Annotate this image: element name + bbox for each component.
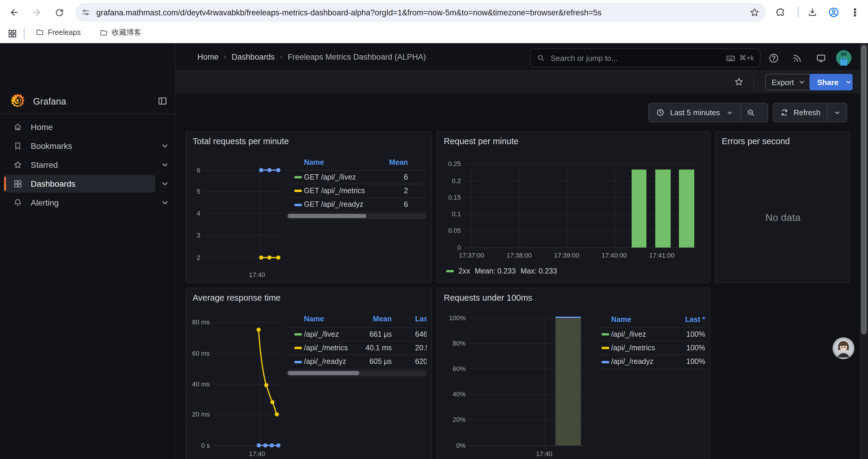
legend-series[interactable]: 2xx bbox=[459, 267, 470, 275]
series-mean: 40.1 ms bbox=[366, 344, 392, 352]
column-header-last[interactable]: Las bbox=[415, 315, 427, 323]
time-range-label[interactable]: Last 5 minutes bbox=[670, 108, 720, 117]
x-tick: 17:41:00 bbox=[649, 252, 675, 259]
browser-toolbar bbox=[0, 0, 868, 25]
bookmark-folder-blogs[interactable]: 收藏博客 bbox=[95, 26, 146, 40]
bookmark-folder-freeleaps[interactable]: Freeleaps bbox=[31, 26, 85, 38]
y-tick: 0 s bbox=[201, 442, 210, 449]
zoom-out-button[interactable] bbox=[741, 108, 760, 117]
sidebar-item-dashboards[interactable]: Dashboards bbox=[4, 175, 155, 193]
chevron-down-icon[interactable] bbox=[161, 179, 169, 188]
url-bar[interactable] bbox=[75, 3, 766, 22]
column-header-name[interactable]: Name bbox=[304, 158, 324, 167]
y-tick: 3 bbox=[197, 232, 200, 239]
news-button[interactable] bbox=[792, 53, 803, 64]
extensions-puzzle-icon bbox=[775, 7, 786, 18]
breadcrumb-home[interactable]: Home bbox=[197, 52, 219, 61]
series-name[interactable]: /api/_/metrics bbox=[304, 344, 348, 352]
chevron-down-icon[interactable] bbox=[161, 142, 169, 150]
reload-button[interactable] bbox=[52, 5, 67, 20]
search-box[interactable]: ⌘+k bbox=[530, 48, 761, 67]
toolbar-divider bbox=[798, 6, 799, 18]
back-button[interactable] bbox=[6, 5, 22, 20]
series-name[interactable]: GET /api/_/livez bbox=[304, 173, 356, 181]
help-button[interactable] bbox=[768, 53, 779, 64]
series-name[interactable]: /api/_/livez bbox=[611, 330, 646, 338]
series-name[interactable]: /api/_/readyz bbox=[611, 358, 653, 366]
grafana-logo[interactable] bbox=[9, 93, 26, 109]
site-settings-icon[interactable] bbox=[81, 8, 90, 17]
user-avatar[interactable] bbox=[836, 50, 851, 66]
series-last: 100% bbox=[686, 358, 705, 366]
refresh-label[interactable]: Refresh bbox=[794, 108, 820, 117]
export-button[interactable]: Export bbox=[765, 74, 812, 90]
y-tick: 60% bbox=[453, 365, 466, 372]
sidebar-item-starred[interactable]: Starred bbox=[4, 156, 155, 174]
sidebar-item-home[interactable]: Home bbox=[4, 118, 155, 136]
table-hscrollbar[interactable] bbox=[286, 213, 427, 219]
apps-grid-button[interactable] bbox=[7, 28, 18, 39]
page-scrollbar[interactable] bbox=[860, 43, 868, 459]
search-input[interactable] bbox=[550, 53, 725, 63]
series-color-dash bbox=[602, 361, 610, 363]
help-icon bbox=[768, 53, 779, 64]
panel-errors-per-second: Errors per second No data bbox=[715, 131, 850, 283]
series-name[interactable]: GET /api/_/readyz bbox=[304, 201, 363, 209]
downloads-button[interactable] bbox=[805, 5, 820, 20]
column-header-mean[interactable]: Mean bbox=[373, 315, 392, 323]
folder-icon bbox=[35, 28, 44, 37]
series-mean: 605 µs bbox=[369, 358, 392, 366]
breadcrumb-separator: › bbox=[224, 53, 226, 61]
scrollbar-thumb[interactable] bbox=[861, 45, 867, 334]
series-name[interactable]: /api/_/livez bbox=[304, 330, 339, 338]
y-tick: 100% bbox=[449, 314, 466, 321]
column-header-name[interactable]: Name bbox=[304, 315, 324, 323]
kebab-menu-icon bbox=[854, 7, 856, 18]
share-button[interactable]: Share bbox=[809, 74, 846, 90]
y-tick: 60 ms bbox=[192, 350, 210, 357]
chevron-down-icon[interactable] bbox=[161, 161, 169, 169]
refresh-interval-button[interactable] bbox=[828, 109, 847, 116]
sidebar-item-bookmarks[interactable]: Bookmarks bbox=[4, 137, 155, 155]
series-name[interactable]: /api/_/readyz bbox=[304, 358, 346, 366]
series-color-dash bbox=[294, 176, 302, 178]
table-hscrollbar[interactable] bbox=[286, 370, 427, 376]
sidebar-item-label: Dashboards bbox=[31, 179, 75, 189]
chevron-down-icon[interactable] bbox=[161, 198, 169, 207]
display-button[interactable] bbox=[815, 53, 827, 64]
extensions-button[interactable] bbox=[773, 5, 788, 20]
url-input[interactable] bbox=[95, 7, 749, 18]
bar-under-100ms bbox=[556, 318, 581, 445]
grafana-sidebar: Grafana Home Bookmarks Starred Dashboard… bbox=[0, 43, 176, 459]
toolbar-divider bbox=[753, 76, 754, 89]
breadcrumb-dashboards[interactable]: Dashboards bbox=[231, 52, 275, 61]
share-menu-button[interactable] bbox=[844, 74, 852, 90]
column-header-mean[interactable]: Mean bbox=[389, 158, 408, 167]
series-name[interactable]: /api/_/metrics bbox=[611, 344, 655, 352]
sidebar-collapse-button[interactable] bbox=[157, 96, 168, 106]
plot-area[interactable]: 0.25 0.2 0.15 0.1 0.05 0 17:37:00 17:38:… bbox=[437, 132, 711, 284]
profile-button[interactable] bbox=[826, 5, 841, 20]
bookmarks-divider bbox=[24, 28, 25, 40]
y-tick: 0.1 bbox=[452, 210, 461, 218]
bookmark-star-icon[interactable] bbox=[749, 7, 760, 18]
favorite-dashboard-button[interactable] bbox=[734, 77, 744, 87]
panel-title[interactable]: Errors per second bbox=[722, 136, 790, 146]
column-header-last[interactable]: Last * bbox=[685, 316, 705, 324]
forward-button[interactable] bbox=[29, 5, 44, 20]
browser-menu-button[interactable] bbox=[847, 5, 863, 20]
series-color-dash bbox=[294, 203, 302, 206]
chevron-down-icon bbox=[798, 78, 805, 86]
floating-avatar[interactable] bbox=[833, 337, 855, 359]
y-tick: 4 bbox=[197, 209, 200, 217]
chevron-down-icon[interactable] bbox=[726, 109, 733, 116]
keyboard-icon bbox=[725, 53, 736, 63]
folder-icon bbox=[99, 28, 108, 37]
assistant-avatar-icon bbox=[833, 337, 855, 359]
series-last: 100% bbox=[686, 330, 705, 338]
y-tick: 0 bbox=[457, 244, 461, 251]
series-name[interactable]: GET /api/_/metrics bbox=[304, 187, 365, 195]
sidebar-item-alerting[interactable]: Alerting bbox=[4, 194, 155, 211]
brand-title[interactable]: Grafana bbox=[33, 96, 66, 107]
column-header-name[interactable]: Name bbox=[611, 316, 631, 324]
